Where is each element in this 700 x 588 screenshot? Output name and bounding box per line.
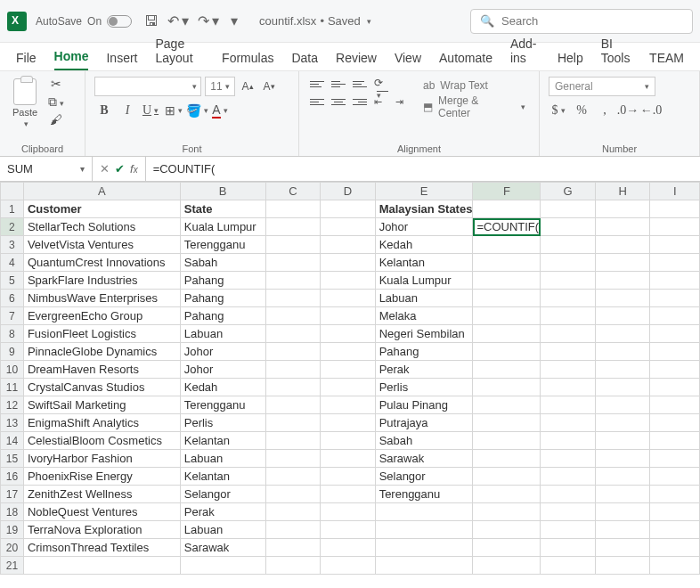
cell[interactable] bbox=[541, 539, 596, 557]
col-header-b[interactable]: B bbox=[180, 183, 265, 200]
cell[interactable] bbox=[595, 521, 650, 539]
cell[interactable] bbox=[595, 218, 650, 236]
cell[interactable] bbox=[541, 450, 596, 468]
cell[interactable] bbox=[595, 503, 650, 521]
cell[interactable] bbox=[321, 272, 376, 290]
row-header[interactable]: 8 bbox=[1, 325, 24, 343]
cell[interactable]: CrimsonThread Textiles bbox=[23, 539, 180, 557]
cell[interactable]: Sabah bbox=[180, 254, 265, 272]
row-header[interactable]: 20 bbox=[1, 539, 24, 557]
cell[interactable]: PhoenixRise Energy bbox=[23, 468, 180, 486]
cell[interactable]: SwiftSail Marketing bbox=[23, 396, 180, 414]
cell[interactable]: Malaysian States bbox=[375, 200, 473, 218]
cell[interactable] bbox=[473, 325, 541, 343]
copy-icon[interactable]: ⧉▾ bbox=[48, 94, 64, 109]
cell[interactable] bbox=[541, 414, 596, 432]
save-icon[interactable]: 🖫 bbox=[144, 13, 159, 29]
cell[interactable] bbox=[265, 503, 321, 521]
cell[interactable]: Customer bbox=[23, 200, 180, 218]
cell[interactable] bbox=[321, 396, 376, 414]
cell[interactable] bbox=[321, 468, 376, 486]
redo-icon[interactable]: ↷▾ bbox=[198, 12, 219, 29]
col-header-d[interactable]: D bbox=[321, 183, 376, 200]
cell[interactable]: VelvetVista Ventures bbox=[23, 236, 180, 254]
cell[interactable] bbox=[473, 396, 541, 414]
cell[interactable]: Pahang bbox=[180, 307, 265, 325]
cell[interactable] bbox=[541, 236, 596, 254]
row-header[interactable]: 5 bbox=[1, 272, 24, 290]
wrap-text-button[interactable]: abWrap Text bbox=[419, 77, 530, 94]
col-header-f[interactable]: F bbox=[473, 183, 541, 200]
underline-button[interactable]: U▾ bbox=[141, 102, 160, 119]
accounting-format-button[interactable]: $▾ bbox=[549, 102, 568, 119]
cell[interactable]: Putrajaya bbox=[375, 414, 473, 432]
col-header-i[interactable]: I bbox=[650, 183, 700, 200]
cell[interactable] bbox=[321, 361, 376, 379]
cell[interactable] bbox=[473, 236, 541, 254]
cell[interactable] bbox=[650, 450, 700, 468]
cell[interactable] bbox=[265, 557, 321, 575]
cell[interactable] bbox=[595, 325, 650, 343]
cell[interactable] bbox=[595, 414, 650, 432]
search-input[interactable]: 🔍 Search bbox=[470, 9, 693, 34]
cell[interactable] bbox=[321, 325, 376, 343]
cell[interactable] bbox=[541, 432, 596, 450]
cell[interactable] bbox=[541, 396, 596, 414]
cell[interactable] bbox=[265, 200, 321, 218]
cell[interactable] bbox=[541, 290, 596, 307]
cell[interactable]: Kelantan bbox=[180, 432, 265, 450]
cell[interactable] bbox=[650, 254, 700, 272]
align-bottom-icon[interactable] bbox=[351, 77, 369, 91]
cell[interactable] bbox=[265, 290, 321, 307]
cell[interactable]: EnigmaShift Analytics bbox=[23, 414, 180, 432]
cell[interactable] bbox=[541, 486, 596, 503]
decrease-decimal-button[interactable]: ←.0 bbox=[641, 102, 661, 119]
cell[interactable]: Terengganu bbox=[180, 396, 265, 414]
cell[interactable] bbox=[595, 468, 650, 486]
col-header-c[interactable]: C bbox=[265, 183, 321, 200]
cell[interactable] bbox=[595, 254, 650, 272]
cell[interactable] bbox=[473, 557, 541, 575]
cell[interactable] bbox=[595, 361, 650, 379]
row-header[interactable]: 2 bbox=[1, 218, 24, 236]
align-center-icon[interactable] bbox=[330, 94, 347, 109]
cell[interactable] bbox=[650, 503, 700, 521]
cell[interactable] bbox=[650, 539, 700, 557]
row-header[interactable]: 6 bbox=[1, 290, 24, 307]
increase-decimal-button[interactable]: .0→ bbox=[618, 102, 638, 119]
cell[interactable] bbox=[473, 200, 541, 218]
cell[interactable] bbox=[321, 539, 376, 557]
cell[interactable] bbox=[650, 557, 700, 575]
cell[interactable] bbox=[473, 254, 541, 272]
cell[interactable]: FusionFleet Logistics bbox=[23, 325, 180, 343]
cell[interactable]: CelestialBloom Cosmetics bbox=[23, 432, 180, 450]
cell[interactable] bbox=[321, 200, 376, 218]
cell[interactable] bbox=[473, 361, 541, 379]
cell[interactable] bbox=[541, 521, 596, 539]
cell[interactable]: Pahang bbox=[375, 343, 473, 361]
increase-font-button[interactable]: A▴ bbox=[239, 77, 256, 96]
cell[interactable] bbox=[650, 272, 700, 290]
col-header-h[interactable]: H bbox=[595, 183, 650, 200]
cell[interactable]: Kedah bbox=[180, 379, 265, 396]
col-header-a[interactable]: A bbox=[23, 183, 180, 200]
cell[interactable]: Johor bbox=[180, 343, 265, 361]
orientation-button[interactable]: ⟳▾ bbox=[372, 77, 390, 91]
row-header[interactable]: 18 bbox=[1, 503, 24, 521]
cell[interactable] bbox=[265, 236, 321, 254]
cell[interactable]: Kedah bbox=[375, 236, 473, 254]
cell[interactable]: Sarawak bbox=[375, 450, 473, 468]
cell[interactable]: Pulau Pinang bbox=[375, 396, 473, 414]
cell[interactable] bbox=[595, 307, 650, 325]
fill-color-button[interactable]: 🪣▾ bbox=[187, 102, 207, 119]
cell[interactable] bbox=[265, 450, 321, 468]
cell[interactable] bbox=[473, 450, 541, 468]
select-all-corner[interactable] bbox=[1, 183, 24, 200]
cell[interactable] bbox=[265, 361, 321, 379]
cell[interactable] bbox=[541, 468, 596, 486]
cell[interactable] bbox=[650, 486, 700, 503]
cell[interactable] bbox=[321, 379, 376, 396]
increase-indent-icon[interactable]: ⇥ bbox=[394, 94, 411, 109]
row-header[interactable]: 7 bbox=[1, 307, 24, 325]
cell[interactable] bbox=[650, 521, 700, 539]
